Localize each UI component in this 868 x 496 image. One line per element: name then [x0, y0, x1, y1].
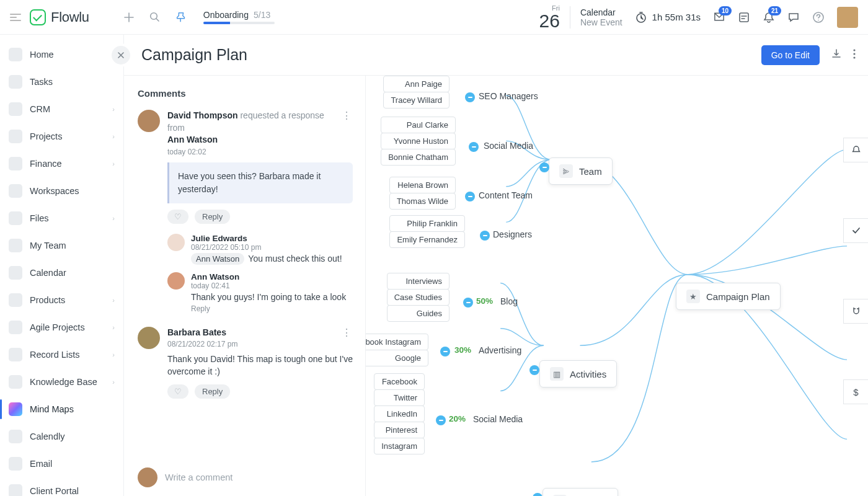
sidebar-item-label: Calendar: [30, 268, 66, 278]
like-button[interactable]: ♡: [167, 210, 188, 224]
more-icon[interactable]: [853, 49, 856, 61]
sidebar-item-my-team[interactable]: My Team: [0, 232, 123, 259]
leaf[interactable]: Yvonne Huston: [381, 133, 456, 149]
reply-button[interactable]: Reply: [195, 384, 230, 399]
help-icon[interactable]: [812, 11, 825, 24]
map-dollar-button[interactable]: $: [843, 379, 868, 404]
download-icon[interactable]: [831, 48, 842, 62]
sidebar-item-knowledge-base[interactable]: Knowledge Base›: [0, 368, 123, 396]
leaf[interactable]: Emily Fernandez: [389, 231, 465, 248]
sidebar-item-tasks[interactable]: Tasks: [0, 68, 123, 95]
sidebar-item-calendar[interactable]: Calendar: [0, 259, 123, 286]
leaf[interactable]: Facebook: [374, 373, 425, 390]
collapse-toggle[interactable]: [436, 415, 446, 425]
search-icon[interactable]: [149, 11, 161, 24]
collapse-toggle[interactable]: [440, 347, 450, 356]
branch-label[interactable]: Designers: [493, 229, 532, 239]
compose-input[interactable]: Write a comment: [165, 472, 353, 482]
avatar: [167, 234, 185, 251]
leaf[interactable]: ebook Instagram: [366, 334, 428, 350]
comment-menu-icon[interactable]: ⋮: [342, 327, 353, 339]
sidebar-item-crm[interactable]: CRM›: [0, 95, 123, 123]
reply-button[interactable]: Reply: [195, 210, 230, 224]
mindmap-node-team[interactable]: ⫸ Team: [549, 157, 613, 185]
sidebar-item-label: My Team: [30, 241, 66, 250]
go-to-edit-button[interactable]: Go to Edit: [761, 45, 820, 65]
calendar-widget[interactable]: Fri 26 Calendar New Event: [539, 4, 622, 30]
leaf[interactable]: LinkedIn: [374, 405, 425, 422]
sidebar-item-client-portal[interactable]: Client Portal: [0, 477, 123, 496]
sidebar-item-projects[interactable]: Projects›: [0, 123, 123, 150]
leaf[interactable]: Instagram: [374, 438, 425, 454]
sidebar-item-workspaces[interactable]: Workspaces: [0, 177, 123, 205]
sidebar-item-record-lists[interactable]: Record Lists›: [0, 341, 123, 368]
branch-label[interactable]: Social Media: [473, 414, 523, 424]
bell-icon[interactable]: 21: [763, 11, 775, 24]
timer[interactable]: 1h 55m 31s: [635, 11, 701, 24]
pin-icon[interactable]: [175, 11, 187, 24]
mindmap-node-timeline[interactable]: ≣ Timeline: [542, 488, 618, 496]
logo[interactable]: Flowlu: [30, 9, 89, 25]
comment-time: today 02:02: [167, 148, 353, 156]
branch-label[interactable]: SEO Managers: [479, 91, 538, 101]
leaf[interactable]: Helena Brown: [389, 177, 456, 193]
leaf[interactable]: Ann Paige: [383, 76, 450, 92]
sidebar-item-email[interactable]: Email: [0, 450, 123, 477]
logo-mark-icon: [30, 9, 46, 25]
sidebar-item-files[interactable]: Files›: [0, 205, 123, 232]
leaf[interactable]: Twitter: [374, 389, 425, 406]
collapse-toggle[interactable]: [463, 298, 473, 308]
chevron-right-icon: ›: [112, 133, 115, 140]
mention-chip[interactable]: Ann Watson: [191, 253, 244, 265]
sidebar-item-agile-projects[interactable]: Agile Projects›: [0, 314, 123, 341]
collapse-toggle[interactable]: [539, 162, 549, 172]
notes-icon[interactable]: [738, 11, 750, 24]
plus-icon[interactable]: [123, 11, 135, 24]
sidebar-item-calendly[interactable]: Calendly: [0, 423, 123, 450]
sidebar-item-finance[interactable]: Finance›: [0, 150, 123, 177]
leaf[interactable]: Tracey Willard: [383, 92, 450, 108]
user-avatar[interactable]: [837, 7, 858, 28]
leaf[interactable]: Thomas Wilde: [389, 193, 456, 210]
leaf[interactable]: Interviews: [387, 273, 450, 290]
inbox-icon[interactable]: 10: [713, 11, 725, 24]
map-right-toolbar: $: [843, 138, 868, 460]
map-check-button[interactable]: [843, 218, 868, 243]
collapse-toggle[interactable]: [529, 365, 539, 375]
leaf[interactable]: Pinterest: [374, 422, 425, 438]
branch-label[interactable]: Content Team: [479, 190, 533, 200]
mindmap-root[interactable]: ★ Campaign Plan: [676, 283, 781, 310]
map-magnet-button[interactable]: [843, 299, 868, 324]
leaf[interactable]: Paul Clarke: [381, 117, 456, 133]
close-panel-button[interactable]: [112, 46, 130, 64]
sidebar-glyph-icon: [9, 321, 22, 334]
sidebar: HomeTasksCRM›Projects›Finance›Workspaces…: [0, 35, 124, 496]
mindmap-canvas[interactable]: ★ Campaign Plan ⫸ Team ▥ Activities: [366, 76, 868, 496]
leaf[interactable]: Google: [366, 350, 428, 366]
collapse-toggle[interactable]: [465, 92, 475, 102]
branch-label[interactable]: Advertising: [479, 345, 521, 355]
mindmap-node-activities[interactable]: ▥ Activities: [539, 360, 617, 388]
comment-menu-icon[interactable]: ⋮: [342, 110, 353, 122]
leaf[interactable]: Philip Franklin: [389, 215, 465, 232]
leaf[interactable]: Case Studies: [387, 289, 450, 306]
sidebar-item-products[interactable]: Products›: [0, 286, 123, 314]
calendar-title: Calendar: [580, 7, 622, 17]
leaf[interactable]: Bonnie Chatham: [381, 149, 456, 166]
onboarding-widget[interactable]: Onboarding5/13: [203, 10, 275, 24]
chat-icon[interactable]: [787, 11, 800, 24]
map-bell-button[interactable]: [843, 138, 868, 162]
sidebar-item-home[interactable]: Home: [0, 41, 123, 68]
sidebar-item-mind-maps[interactable]: Mind Maps: [0, 396, 123, 423]
collapse-toggle[interactable]: [465, 192, 475, 202]
like-button[interactable]: ♡: [167, 384, 188, 399]
reply-link[interactable]: Reply: [191, 304, 346, 313]
collapse-toggle[interactable]: [469, 142, 479, 152]
nav-toggle-icon[interactable]: [10, 14, 21, 21]
leaf[interactable]: Guides: [387, 305, 450, 322]
collapse-toggle[interactable]: [480, 231, 490, 241]
comments-panel: Comments David Thompson requested a resp…: [124, 76, 366, 496]
branch-label[interactable]: Blog: [500, 296, 518, 306]
comment-thread: David Thompson requested a response from…: [138, 110, 353, 313]
branch-label[interactable]: Social Media: [484, 141, 533, 151]
